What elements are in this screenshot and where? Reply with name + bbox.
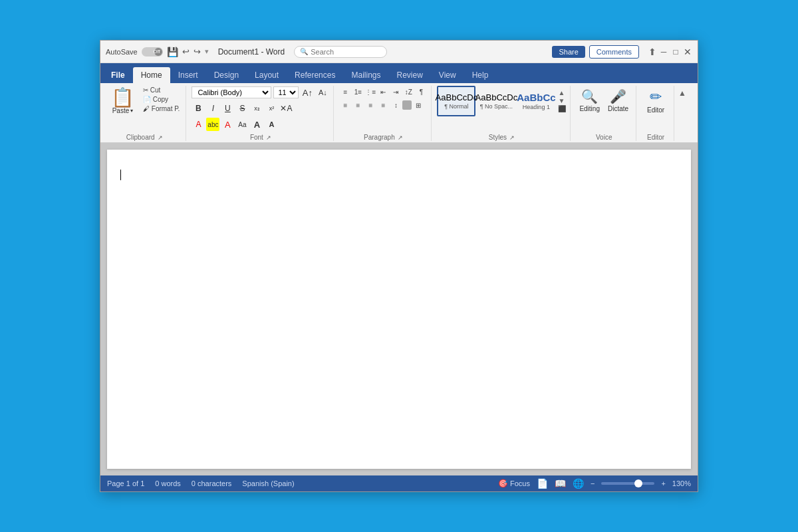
zoom-out-button[interactable]: − [591,479,595,487]
close-button[interactable]: ✕ [683,47,692,57]
zoom-level: 130% [672,479,691,487]
search-input[interactable] [311,48,381,56]
save-icon[interactable]: 💾 [167,47,178,57]
editor-button[interactable]: ✏ Editor [644,86,668,116]
style-normal[interactable]: AaBbCcDc ¶ Normal [437,86,475,116]
focus-mode[interactable]: 🎯 Focus [498,479,530,488]
cut-button[interactable]: ✂ Cut [141,86,182,94]
tab-home[interactable]: Home [133,67,170,83]
zoom-in-button[interactable]: + [661,479,665,487]
line-spacing-button[interactable]: ↕ [390,99,402,111]
editing-icon: 🔍 [581,88,598,104]
minimize-button[interactable]: ─ [659,47,668,57]
shading-button[interactable] [402,100,412,110]
paragraph-row1: ≡ 1≡ ⋮≡ ⇤ ⇥ ↕Z ¶ [339,86,427,98]
font-name-row: Calibri (Body) 11 A↑ A↓ [192,86,329,99]
voice-label: Voice [576,134,632,141]
tab-insert[interactable]: Insert [170,67,206,83]
search-box[interactable]: 🔍 [294,46,387,58]
style-normal-label: ¶ Normal [444,103,468,110]
style-normal-preview: AaBbCcDc [436,92,478,103]
font-expand-icon[interactable]: ↗ [266,134,271,141]
style-heading1-preview: AaBbCc [517,92,555,104]
font-size-select[interactable]: 11 [273,86,299,98]
editing-button[interactable]: 🔍 Editing [576,86,603,115]
font-family-select[interactable]: Calibri (Body) [192,86,271,98]
format-painter-button[interactable]: 🖌 Format P. [141,104,182,113]
view-layout-icon[interactable]: 📄 [537,478,548,489]
italic-button[interactable]: I [206,102,219,115]
borders-button[interactable]: ⊞ [412,99,424,111]
bold-button[interactable]: B [192,102,205,115]
paste-dropdown-icon[interactable]: ▾ [130,108,133,114]
ribbon-collapse-icon[interactable]: ⬆ [648,47,656,57]
tab-help[interactable]: Help [464,67,497,83]
copy-button[interactable]: 📄 Copy [141,95,182,104]
redo-icon[interactable]: ↪ [194,47,201,57]
align-left-button[interactable]: ≡ [339,99,351,111]
zoom-slider[interactable] [601,482,654,485]
align-center-button[interactable]: ≡ [352,99,364,111]
superscript-button[interactable]: x² [265,102,278,115]
comments-button[interactable]: Comments [589,45,639,59]
autosave-knob [154,48,162,56]
clipboard-expand-icon[interactable]: ↗ [158,134,163,141]
grow-font-button[interactable]: A [250,118,263,131]
clipboard-sub-buttons: ✂ Cut 📄 Copy 🖌 Format P. [141,86,182,113]
style-heading1[interactable]: AaBbCc Heading 1 [517,86,555,116]
font-color-button[interactable]: A [221,118,234,131]
undo-icon[interactable]: ↩ [182,47,190,57]
quick-access-more[interactable]: ▾ [205,47,209,56]
highlight-button[interactable]: abc [206,118,219,131]
decrease-font-size-button[interactable]: A↓ [316,86,329,99]
bullets-button[interactable]: ≡ [339,86,351,98]
text-color-button[interactable]: A [192,118,205,131]
autosave-toggle[interactable]: Off [142,47,163,57]
shrink-font-button[interactable]: A [265,118,278,131]
clipboard-content: 📋 Paste ▾ ✂ Cut 📄 Copy 🖌 Format P. [107,86,182,132]
case-button[interactable]: Aa [235,118,249,131]
styles-expand[interactable]: ⬛ [558,105,566,113]
tab-mailings[interactable]: Mailings [343,67,388,83]
justify-button[interactable]: ≡ [377,99,389,111]
dictate-button[interactable]: 🎤 Dictate [604,86,632,115]
styles-scroll-up[interactable]: ▲ [558,89,566,97]
style-no-spacing[interactable]: AaBbCcDc ¶ No Spac... [477,86,515,116]
tab-design[interactable]: Design [206,67,247,83]
ribbon-toolbar: 📋 Paste ▾ ✂ Cut 📄 Copy 🖌 Format P. Clipb… [100,83,698,143]
show-marks-button[interactable]: ¶ [415,86,427,98]
styles-expand-icon[interactable]: ↗ [509,134,515,141]
ribbon-collapse-button[interactable]: ▲ [678,88,686,98]
view-read-icon[interactable]: 📖 [555,478,566,489]
document-area [100,143,698,475]
sort-button[interactable]: ↕Z [402,86,414,98]
tab-file[interactable]: File [103,67,133,83]
increase-indent-button[interactable]: ⇥ [390,86,402,98]
strikethrough-button[interactable]: S [235,102,249,115]
tab-references[interactable]: References [287,67,343,83]
char-count: 0 characters [192,479,232,487]
increase-font-size-button[interactable]: A↑ [301,86,314,99]
share-button[interactable]: Share [552,46,585,58]
multilevel-list-button[interactable]: ⋮≡ [364,86,376,98]
tab-review[interactable]: Review [388,67,430,83]
paste-button[interactable]: 📋 Paste ▾ [107,86,138,117]
maximize-button[interactable]: □ [671,47,680,57]
tab-view[interactable]: View [431,67,464,83]
align-right-button[interactable]: ≡ [364,99,376,111]
title-actions: Share Comments [552,45,639,59]
ribbon-group-clipboard: 📋 Paste ▾ ✂ Cut 📄 Copy 🖌 Format P. Clipb… [103,86,186,141]
editor-label: Editor [647,106,664,114]
subscript-button[interactable]: x₂ [250,102,263,115]
styles-scroll-down[interactable]: ▼ [558,97,566,105]
view-web-icon[interactable]: 🌐 [573,478,584,489]
ribbon-tabs: File Home Insert Design Layout Reference… [100,63,698,83]
document-page[interactable] [107,150,691,469]
decrease-indent-button[interactable]: ⇤ [377,86,389,98]
underline-button[interactable]: U [221,102,234,115]
tab-layout[interactable]: Layout [247,67,287,83]
numbering-button[interactable]: 1≡ [352,86,364,98]
clear-formatting-button[interactable]: ✕A [279,102,293,115]
paragraph-expand-icon[interactable]: ↗ [398,134,403,141]
dictate-label: Dictate [608,105,628,112]
